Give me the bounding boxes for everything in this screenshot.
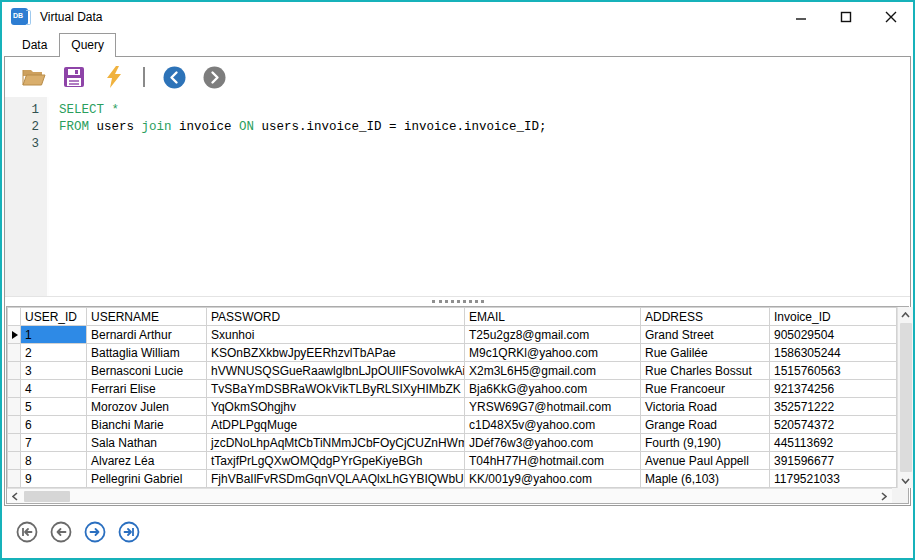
code-text[interactable]: SELECT * (47, 102, 119, 119)
row-selector[interactable] (8, 344, 21, 362)
grid-cell[interactable]: YqOkmSOhgjhv (207, 398, 465, 416)
column-header-invoice_id[interactable]: Invoice_ID (770, 308, 897, 326)
grid-cell[interactable]: 520574372 (770, 416, 897, 434)
next-record-button[interactable] (84, 521, 106, 543)
grid-cell[interactable]: Pellegrini Gabriel (87, 470, 207, 488)
grid-cell[interactable]: Avenue Paul Appell (641, 452, 770, 470)
grid-cell[interactable]: Ferrari Elise (87, 380, 207, 398)
grid-cell[interactable]: Battaglia William (87, 344, 207, 362)
minimize-button[interactable] (778, 2, 823, 31)
forward-button[interactable] (201, 64, 227, 90)
grid-cell[interactable]: 1179521033 (770, 470, 897, 488)
grid-cell[interactable]: 445113692 (770, 434, 897, 452)
row-selector[interactable] (8, 470, 21, 488)
back-button[interactable] (161, 64, 187, 90)
scroll-down-button[interactable] (898, 473, 914, 488)
grid-cell[interactable]: 7 (21, 434, 87, 452)
grid-cell[interactable]: 8 (21, 452, 87, 470)
scroll-left-button[interactable] (7, 489, 23, 504)
grid-cell[interactable]: X2m3L6H5@gmail.com (465, 362, 641, 380)
grid-cell[interactable]: 6 (21, 416, 87, 434)
vertical-scrollbar-thumb[interactable] (900, 323, 912, 472)
maximize-button[interactable] (823, 2, 868, 31)
splitter[interactable] (5, 297, 910, 306)
grid-cell[interactable]: Victoria Road (641, 398, 770, 416)
grid-cell[interactable]: 2 (21, 344, 87, 362)
grid-cell[interactable]: Sxunhoi (207, 326, 465, 344)
grid-cell[interactable]: hVWNUSQSGueRaawlglbnLJpOUlIFSovoIwkAiEa (207, 362, 465, 380)
vertical-scrollbar[interactable] (897, 307, 913, 488)
close-button[interactable] (868, 2, 913, 31)
column-header-username[interactable]: USERNAME (87, 308, 207, 326)
tab-query[interactable]: Query (59, 33, 116, 57)
line-number: 1 (5, 102, 47, 119)
grid-cell[interactable]: 1515760563 (770, 362, 897, 380)
grid-cell[interactable]: 921374256 (770, 380, 897, 398)
grid-cell[interactable]: T25u2gz8@gmail.com (465, 326, 641, 344)
code-text[interactable] (47, 136, 59, 153)
horizontal-scrollbar-thumb[interactable] (24, 491, 70, 502)
last-record-button[interactable] (118, 521, 140, 543)
horizontal-scrollbar[interactable] (7, 488, 892, 503)
grid-cell[interactable]: TvSBaYmDSBRaWOkVikTLByRLSIXyHIMbZK (207, 380, 465, 398)
line-number: 2 (5, 119, 47, 136)
column-header-email[interactable]: EMAIL (465, 308, 641, 326)
grid-cell[interactable]: 4 (21, 380, 87, 398)
grid-cell[interactable]: Grand Street (641, 326, 770, 344)
row-selector[interactable] (8, 326, 21, 344)
column-header-password[interactable]: PASSWORD (207, 308, 465, 326)
execute-query-button[interactable] (101, 64, 127, 90)
grid-cell[interactable]: 5 (21, 398, 87, 416)
grid-cell[interactable]: KSOnBZXkbwJpyEERhzvlTbAPae (207, 344, 465, 362)
code-text[interactable]: FROM users join invoice ON users.invoice… (47, 119, 547, 136)
grid-cell[interactable]: tTaxjfPrLgQXwOMQdgPYrGpeKiyeBGh (207, 452, 465, 470)
column-header-user_id[interactable]: USER_ID (21, 308, 87, 326)
grid-cell[interactable]: Bernardi Arthur (87, 326, 207, 344)
grid-cell[interactable]: Rue Galilée (641, 344, 770, 362)
grid-cell[interactable]: Rue Charles Bossut (641, 362, 770, 380)
previous-record-button[interactable] (50, 521, 72, 543)
grid-cell[interactable]: Bja6KkG@yahoo.com (465, 380, 641, 398)
grid-cell[interactable]: 3 (21, 362, 87, 380)
grid-cell[interactable]: FjhVBaIlFvRSDmGqnVQLAAQlxLhGYBIQWbU (207, 470, 465, 488)
open-file-button[interactable] (21, 64, 47, 90)
grid-cell[interactable]: Grange Road (641, 416, 770, 434)
grid-cell[interactable]: c1D48X5v@yahoo.com (465, 416, 641, 434)
grid-cell[interactable]: Morozov Julen (87, 398, 207, 416)
sql-editor[interactable]: 1SELECT *2FROM users join invoice ON use… (5, 97, 910, 297)
grid-cell[interactable]: jzcDNoLhpAqMtCbTiNMmJCbFOyCjCUZnHWmTNsW (207, 434, 465, 452)
grid-cell[interactable]: Fourth (9,190) (641, 434, 770, 452)
grid-cell[interactable]: 391596677 (770, 452, 897, 470)
scroll-right-button[interactable] (876, 489, 892, 504)
grid-cell[interactable]: M9c1QRKl@yahoo.com (465, 344, 641, 362)
grid-cell[interactable]: T04hH77H@hotmail.com (465, 452, 641, 470)
grid-cell[interactable]: Bianchi Marie (87, 416, 207, 434)
grid-cell[interactable]: 905029504 (770, 326, 897, 344)
row-selector[interactable] (8, 380, 21, 398)
grid-cell[interactable]: 352571222 (770, 398, 897, 416)
row-selector[interactable] (8, 362, 21, 380)
grid-cell[interactable]: 9 (21, 470, 87, 488)
grid-cell[interactable]: Bernasconi Lucie (87, 362, 207, 380)
grid-cell[interactable]: Rue Francoeur (641, 380, 770, 398)
save-query-button[interactable] (61, 64, 87, 90)
first-record-button[interactable] (16, 521, 38, 543)
grid-cell[interactable]: AtDPLPgqMuge (207, 416, 465, 434)
grid-cell[interactable]: JDéf76w3@yahoo.com (465, 434, 641, 452)
grid-cell[interactable]: YRSW69G7@hotmail.com (465, 398, 641, 416)
row-selector[interactable] (8, 416, 21, 434)
grid-cell[interactable]: Alvarez Léa (87, 452, 207, 470)
tab-data[interactable]: Data (10, 34, 59, 56)
column-header-address[interactable]: ADDRESS (641, 308, 770, 326)
row-selector[interactable] (8, 434, 21, 452)
grid-cell[interactable]: Sala Nathan (87, 434, 207, 452)
grid-cell[interactable]: 1 (21, 326, 87, 344)
row-selector[interactable] (8, 452, 21, 470)
app-icon (11, 8, 28, 25)
row-header-corner[interactable] (8, 308, 21, 326)
grid-cell[interactable]: KK/001y9@yahoo.com (465, 470, 641, 488)
grid-cell[interactable]: 1586305244 (770, 344, 897, 362)
row-selector[interactable] (8, 398, 21, 416)
scroll-up-button[interactable] (898, 307, 914, 322)
grid-cell[interactable]: Maple (6,103) (641, 470, 770, 488)
